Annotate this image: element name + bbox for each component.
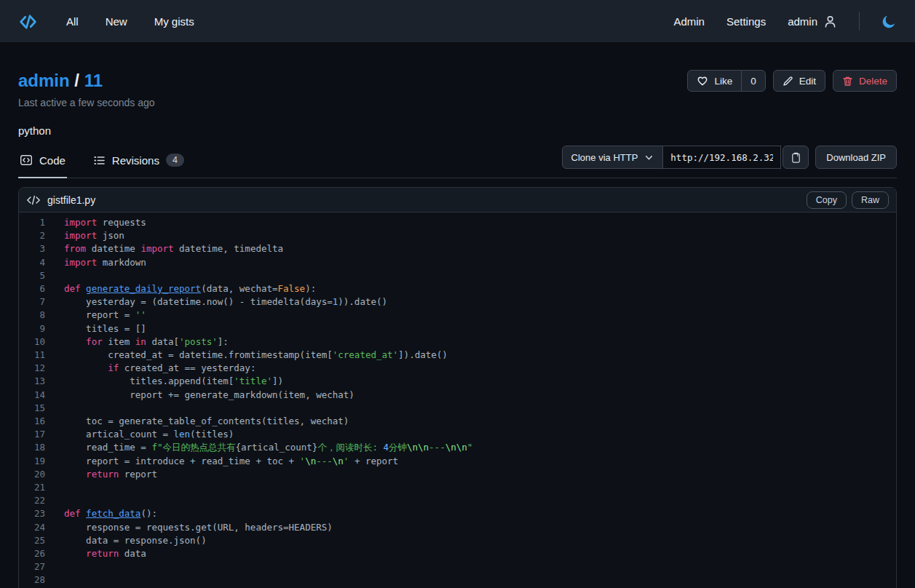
code-line: 7 yesterday = (datetime.now() - timedelt… [19,295,896,309]
line-content: report = introduce + read_time + toc + '… [57,455,398,468]
edit-label: Edit [799,76,816,87]
navbar-left: All New My gists [18,12,194,31]
line-content: for item in data['posts']: [57,335,229,349]
title-separator: / [74,71,79,90]
line-number[interactable]: 16 [19,415,57,428]
code-line: 5 [19,269,896,282]
line-number[interactable]: 1 [19,216,57,229]
delete-button[interactable]: Delete [833,70,897,92]
line-number[interactable]: 7 [19,295,57,309]
line-number[interactable]: 23 [19,507,57,520]
like-button[interactable]: Like [688,71,741,91]
line-number[interactable]: 18 [19,441,57,454]
nav-link-settings[interactable]: Settings [726,15,766,28]
line-content: import requests [57,216,146,229]
code-line: 24 response = requests.get(URL, headers=… [19,521,896,534]
tabs: Code Revisions 4 [18,144,186,178]
line-number[interactable]: 14 [19,389,57,402]
clone-area: Clone via HTTP Download ZIP [562,146,897,176]
copy-code-button[interactable]: Copy [807,191,847,209]
line-number[interactable]: 15 [19,402,57,415]
like-count[interactable]: 0 [741,71,765,91]
line-content: def fetch_data(): [57,507,157,520]
revisions-count-badge: 4 [166,154,184,167]
line-number[interactable]: 10 [19,335,57,349]
app-logo[interactable] [18,12,38,31]
tab-revisions[interactable]: Revisions 4 [92,144,186,178]
nav-link-new[interactable]: New [106,15,127,28]
line-content [57,560,70,573]
moon-icon [882,14,897,29]
line-number[interactable]: 28 [19,573,57,587]
gist-description: python [18,124,897,137]
download-zip-button[interactable]: Download ZIP [815,146,897,169]
clone-via-http-dropdown[interactable]: Clone via HTTP [562,146,664,169]
code-line: 4import markdown [19,256,896,269]
line-content: read_time = f"今日的热点总共有{artical_count}个，阅… [57,441,472,454]
line-number[interactable]: 4 [19,256,57,269]
navbar-right: Admin Settings admin [673,12,897,31]
line-number[interactable]: 17 [19,428,57,441]
navbar-divider [859,12,860,31]
line-content: created_at = datetime.fromtimestamp(item… [57,349,448,362]
file-name-link[interactable]: gistfile1.py [47,194,95,206]
line-number[interactable]: 21 [19,481,57,494]
main-content: admin / 11 Like 0 [0,70,915,588]
tab-code[interactable]: Code [18,144,67,178]
code-line: 18 read_time = f"今日的热点总共有{artical_count}… [19,441,896,454]
code-viewer[interactable]: 1import requests2import json3from dateti… [19,212,896,588]
nav-link-my-gists[interactable]: My gists [154,15,194,28]
file-code-icon [26,194,41,206]
line-content: if created_at == yesterday: [57,362,256,375]
list-icon [93,154,106,167]
dark-mode-toggle[interactable] [882,14,897,29]
line-number[interactable]: 9 [19,322,57,335]
code-line: 13 titles.append(item['title']) [19,375,896,388]
line-number[interactable]: 25 [19,534,57,547]
last-active-text: Last active a few seconds ago [18,97,897,108]
gist-actions: Like 0 Edit [687,70,897,92]
line-number[interactable]: 2 [19,229,57,242]
line-number[interactable]: 12 [19,362,57,375]
line-number[interactable]: 27 [19,560,57,573]
line-content: report += generate_markdown(item, wechat… [57,389,354,402]
code-line: 6def generate_daily_report(data, wechat=… [19,282,896,295]
code-line: 15 [19,402,896,415]
raw-button[interactable]: Raw [852,191,889,209]
line-content [57,269,70,282]
code-line: 16 toc = generate_table_of_contents(titl… [19,415,896,428]
copy-url-button[interactable] [783,146,809,169]
code-line: 11 created_at = datetime.fromtimestamp(i… [19,349,896,362]
line-content: titles.append(item['title']) [57,375,283,388]
line-number[interactable]: 6 [19,282,57,295]
like-label: Like [714,76,732,87]
line-number[interactable]: 19 [19,455,57,468]
nav-link-all[interactable]: All [66,15,79,28]
code-line: 23def fetch_data(): [19,507,896,520]
line-number[interactable]: 3 [19,242,57,255]
clone-url-input[interactable] [663,146,781,169]
code-line: 25 data = response.json() [19,534,896,547]
gist-title-link[interactable]: 11 [84,71,103,90]
line-number[interactable]: 26 [19,547,57,560]
nav-link-admin[interactable]: Admin [673,15,705,28]
line-content: from datetime import datetime, timedelta [57,242,283,255]
line-number[interactable]: 24 [19,521,57,534]
edit-button[interactable]: Edit [773,70,825,92]
username-label: admin [788,15,817,28]
line-number[interactable]: 8 [19,309,57,322]
line-number[interactable]: 22 [19,494,57,507]
line-content: import markdown [57,256,146,269]
page-title: admin / 11 [18,71,103,91]
code-line: 26 return data [19,547,896,560]
owner-link[interactable]: admin [18,71,70,90]
user-menu[interactable]: admin [788,15,837,28]
code-line: 3from datetime import datetime, timedelt… [19,242,896,255]
line-number[interactable]: 20 [19,468,57,481]
line-number[interactable]: 5 [19,269,57,282]
line-number[interactable]: 13 [19,375,57,388]
code-line: 27 [19,560,896,573]
line-content [57,573,70,587]
navbar: All New My gists Admin Settings admin [0,0,915,42]
line-number[interactable]: 11 [19,349,57,362]
